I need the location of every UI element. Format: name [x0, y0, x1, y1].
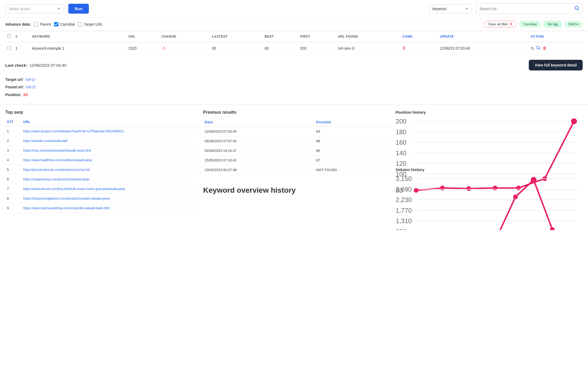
row-num: 1: [13, 42, 30, 54]
svg-text:2,690: 2,690: [396, 186, 412, 193]
row-first: 200: [298, 42, 336, 54]
search-row-icon[interactable]: [536, 46, 541, 51]
svg-text:850: 850: [396, 228, 406, 230]
serp-url-link[interactable]: https://www.dutchexpatshop.com/en/jumbo-…: [23, 206, 110, 210]
prev-date: 12/06/2023 07:03:40: [203, 127, 315, 136]
prev-row: 05/06/2023 07:07:4388: [203, 136, 390, 146]
serp-table: STT URL 1https://www.amazon.com/Wasabi-P…: [5, 118, 198, 213]
row-actions: ↻ 🗑: [531, 46, 581, 51]
serp-tbody: 1https://www.amazon.com/Wasabi-Peas/b?ie…: [5, 126, 198, 213]
found-url-row: Found url: /url-2/: [5, 83, 583, 91]
row-update: 12/06/23 07:03:40: [438, 42, 529, 54]
detail-section: Last check: 12/06/2023 07:03:40 View ful…: [0, 54, 588, 105]
serp-stt: 8: [5, 194, 22, 203]
serp-url-link[interactable]: https://shopsunridgefarms.com/product/ro…: [23, 197, 110, 200]
parent-checkbox[interactable]: [34, 22, 38, 26]
prev-position: 87: [315, 156, 390, 165]
view-detail-button[interactable]: View full keyword detail: [529, 60, 583, 70]
prev-date: 25/05/2023 07:10:42: [203, 156, 315, 165]
parent-filter[interactable]: Parent: [34, 22, 51, 26]
serp-url-link[interactable]: https://www.healthline.com/nutrition/was…: [23, 158, 92, 162]
col-url-found: URL FOUND: [336, 31, 400, 42]
cannibal-checkbox[interactable]: [54, 22, 58, 26]
charts-section: Position history 200 180 160 140 120 100…: [390, 110, 583, 225]
vol-history-svg: 3,150 2,690 2,230 1,770 1,310 850 390: [396, 174, 583, 230]
run-button[interactable]: Run: [68, 4, 89, 14]
serp-row: 4https://www.healthline.com/nutrition/wa…: [5, 155, 198, 165]
top-bar: Select action ▼ Run keyword ▼: [0, 0, 588, 18]
col-first: FIRST: [298, 31, 336, 42]
bottom-section: Top serp STT URL 1https://www.amazon.com…: [0, 105, 588, 230]
select-action-dropdown[interactable]: Select action ▼: [5, 4, 64, 13]
col-num: #: [13, 31, 30, 42]
target-url-filter[interactable]: Target URL: [78, 22, 103, 26]
select-all-checkbox[interactable]: [7, 34, 11, 38]
serp-row: 6https://nyspiceshop.com/products/wasabi…: [5, 175, 198, 184]
serp-stt: 9: [5, 203, 22, 213]
serp-row: 1https://www.amazon.com/Wasabi-Peas/b?ie…: [5, 126, 198, 136]
delete-icon[interactable]: 🗑: [543, 46, 547, 51]
cannibal-tag[interactable]: Cannibal: [519, 21, 541, 27]
position-value: 83: [23, 92, 28, 97]
found-url-link[interactable]: /url-2/: [26, 85, 35, 89]
last-check-label: Last check:: [5, 63, 27, 68]
serp-url-link[interactable]: https://jerrysnuthouse.com/products/cruc…: [23, 168, 90, 172]
prev-tbody: 12/06/2023 07:03:408305/06/2023 07:07:43…: [203, 127, 390, 175]
row-cann: C: [403, 46, 406, 50]
prev-row: 25/05/2023 07:10:4287: [203, 156, 390, 165]
serp-url-link[interactable]: https://www.amazon.com/Wasabi-Peas/b?ie=…: [23, 129, 124, 133]
target-url-link[interactable]: /url-1/: [26, 77, 35, 82]
found-url-label: Found url:: [5, 85, 24, 89]
serp-url-link[interactable]: https://wasabi.com/wasabi-ball/: [23, 139, 67, 143]
pos-history-title: Position history: [396, 110, 583, 114]
prev-position: 86: [315, 146, 390, 156]
col-change: CHANGE: [160, 31, 210, 42]
row-lastest: 83: [210, 42, 263, 54]
row-checkbox[interactable]: [7, 46, 11, 50]
refresh-icon[interactable]: ↻: [531, 46, 534, 51]
prev-col-position: Position: [315, 118, 390, 127]
col-cann: CANN: [400, 31, 438, 42]
vol-history-container: 3,150 2,690 2,230 1,770 1,310 850 390: [396, 174, 583, 217]
serp-stt: 1: [5, 126, 22, 136]
serp-url-link[interactable]: https://nyspiceshop.com/products/wasabi-…: [23, 177, 90, 181]
svg-point-44: [513, 195, 518, 199]
prev-row: 12/06/2023 07:03:4083: [203, 127, 390, 136]
position-label: Position:: [5, 93, 21, 97]
serp-url: https://shopsunridgefarms.com/product/ro…: [22, 194, 198, 203]
svg-text:1,770: 1,770: [396, 207, 412, 214]
keywords-tbody: 1 keyword example 1 1520 -5 ↑ 83 83 200 …: [5, 42, 583, 54]
search-bar: [476, 3, 583, 14]
prev-position: 88: [315, 136, 390, 146]
serp-url-link[interactable]: https://www.ohnuts.com/buy.cfm/bulk-snac…: [23, 187, 125, 191]
prev-row: 23/05/2023 00:27:38NOT FOUND: [203, 165, 390, 175]
search-input[interactable]: [479, 7, 574, 11]
notag-tag[interactable]: No tag: [543, 21, 562, 27]
filter-bar: Advance data: Parent Cannibal Target URL…: [0, 18, 588, 31]
keyword-dropdown-label: keyword: [432, 7, 446, 11]
prev-date: 23/05/2023 00:27:38: [203, 165, 315, 175]
prev-results-title: Previous results: [203, 110, 390, 115]
prev-results-section: Previous results Date Position 12/06/202…: [198, 110, 390, 225]
col-best: BEST: [263, 31, 298, 42]
meta-info: Target url: /url-1/ Found url: /url-2/ P…: [5, 76, 583, 99]
cannibal-label: Cannibal: [60, 22, 75, 26]
prev-date: 05/06/2023 07:07:43: [203, 136, 315, 146]
row-change: -5 ↑: [160, 42, 210, 54]
clear-filter-button[interactable]: Clear all filter ✕: [484, 21, 517, 27]
serp-url: https://nyspiceshop.com/products/wasabi-…: [22, 175, 198, 184]
row-url-found: /url-seo-1/: [336, 42, 400, 54]
serp-url-link[interactable]: https://nuts.com/snacks/asian/wasabi-pea…: [23, 149, 91, 152]
serp-row: 5https://jerrysnuthouse.com/products/cru…: [5, 165, 198, 175]
serp-row: 8https://shopsunridgefarms.com/product/r…: [5, 194, 198, 203]
target-url-label: Target url:: [5, 77, 23, 82]
dmca-tag[interactable]: DMCA: [565, 21, 583, 27]
select-action-label: Select action: [9, 7, 30, 11]
target-url-checkbox[interactable]: [78, 22, 82, 26]
keyword-dropdown[interactable]: keyword ▼: [429, 4, 472, 13]
prev-table: Date Position 12/06/2023 07:03:408305/06…: [203, 118, 390, 175]
cannibal-filter[interactable]: Cannibal: [54, 22, 75, 26]
search-button[interactable]: [574, 6, 579, 12]
col-action: ACTION: [529, 31, 583, 42]
serp-row: 9https://www.dutchexpatshop.com/en/jumbo…: [5, 203, 198, 213]
